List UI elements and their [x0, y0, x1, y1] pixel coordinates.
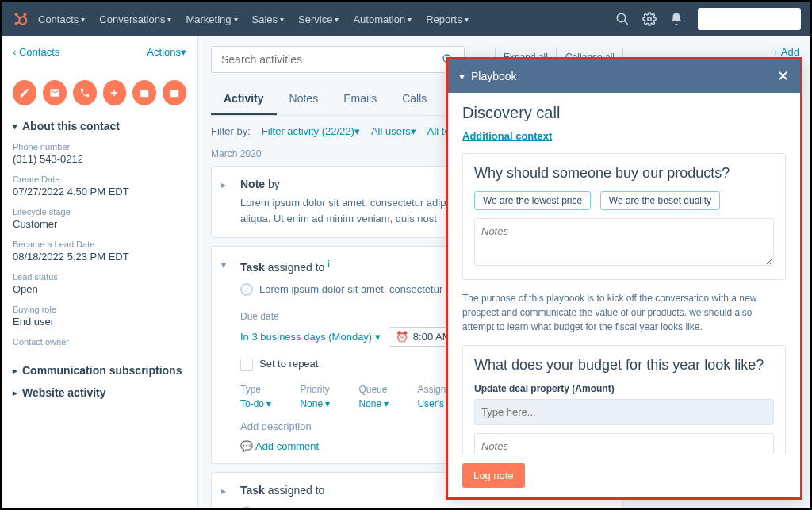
chevron-down-icon: ▾ [280, 15, 284, 24]
nav-reports[interactable]: Reports▾ [426, 13, 469, 25]
field-value[interactable]: 08/18/2022 5:23 PM EDT [13, 251, 186, 263]
svg-line-8 [624, 21, 628, 25]
call-action-icon[interactable] [73, 80, 97, 105]
nav-contacts[interactable]: Contacts▾ [38, 13, 85, 25]
close-icon[interactable]: ✕ [777, 67, 789, 85]
svg-rect-12 [140, 90, 149, 97]
svg-rect-14 [146, 88, 147, 90]
log-note-button[interactable]: Log note [462, 463, 525, 488]
nav-marketing[interactable]: Marketing▾ [186, 13, 237, 25]
chevron-down-icon: ▾ [335, 15, 339, 24]
task-complete-checkbox[interactable] [240, 283, 253, 296]
playbook-description: The purpose of this playbook is to kick … [462, 291, 786, 334]
playbook-panel: ▾ Playbook ✕ Discovery call Additional c… [446, 57, 802, 500]
field-value[interactable]: 07/27/2022 4:50 PM EDT [13, 186, 186, 197]
comm-subs-toggle[interactable]: ▸Communication subscriptions [13, 364, 186, 377]
field-value[interactable]: End user [13, 316, 186, 328]
nav-service[interactable]: Service▾ [298, 13, 339, 25]
filter-activity-dropdown[interactable]: Filter activity (22/22) ▾ [262, 125, 360, 137]
update-property-label: Update deal property (Amount) [474, 383, 774, 394]
tab-calls[interactable]: Calls [389, 84, 439, 115]
additional-context-link[interactable]: Additional context [462, 130, 786, 142]
field-value[interactable]: (011) 543-0212 [13, 153, 186, 165]
field-value[interactable]: Customer [13, 218, 186, 230]
field-value[interactable]: Open [13, 283, 186, 295]
chevron-down-icon: ▾ [167, 15, 171, 24]
about-section-toggle[interactable]: ▾About this contact [13, 120, 186, 132]
search-icon[interactable] [615, 12, 630, 26]
chevron-down-icon[interactable]: ▾ [459, 70, 465, 82]
due-date-picker[interactable]: In 3 business days (Monday) ▾ [240, 331, 381, 343]
playbook-header: ▾ Playbook ✕ [448, 59, 800, 93]
chevron-down-icon: ▾ [13, 121, 17, 132]
filter-by-label: Filter by: [211, 125, 251, 137]
add-deal-link[interactable]: + Add [772, 46, 799, 58]
field-label: Phone number [13, 142, 186, 151]
search-activities-input[interactable] [221, 53, 442, 66]
gear-icon[interactable] [642, 12, 657, 26]
playbook-header-title: Playbook [471, 70, 517, 82]
answer-chip-lowest-price[interactable]: We are the lowest price [474, 191, 591, 210]
bell-icon[interactable] [669, 12, 684, 26]
svg-rect-15 [170, 90, 179, 97]
repeat-checkbox[interactable] [240, 359, 253, 371]
field-label: Lifecycle stage [13, 207, 186, 217]
svg-line-6 [24, 15, 25, 17]
field-label: Became a Lead Date [13, 240, 186, 249]
note-action-icon[interactable] [13, 80, 36, 105]
chevron-right-icon[interactable]: ▸ [221, 179, 226, 190]
amount-input[interactable] [474, 399, 774, 425]
chevron-down-icon: ▾ [408, 15, 412, 24]
email-action-icon[interactable] [43, 80, 67, 105]
tab-activity[interactable]: Activity [211, 84, 277, 115]
nav-automation[interactable]: Automation▾ [353, 13, 412, 25]
chevron-down-icon: ▾ [234, 15, 238, 24]
playbook-title: Discovery call [462, 104, 786, 122]
filter-users-dropdown[interactable]: All users ▾ [371, 125, 416, 137]
task-queue-dropdown[interactable]: None ▾ [358, 398, 389, 409]
chevron-right-icon: ▸ [13, 388, 17, 398]
svg-point-9 [648, 17, 652, 21]
website-activity-toggle[interactable]: ▸Website activity [13, 386, 186, 399]
answer-chip-best-quality[interactable]: We are the beset quality [600, 191, 720, 210]
contact-sidebar: ‹ Contacts Actions ▾ ▾About this contact… [2, 36, 198, 508]
chevron-down-icon: ▾ [81, 15, 85, 24]
comment-icon: 💬 [240, 440, 253, 452]
task-type-dropdown[interactable]: To-do ▾ [240, 398, 271, 409]
svg-point-7 [617, 13, 626, 22]
question-2: What does your budget for this year look… [474, 357, 774, 374]
actions-dropdown[interactable]: Actions ▾ [147, 46, 186, 58]
hubspot-logo[interactable] [11, 10, 30, 29]
tab-emails[interactable]: Emails [331, 84, 389, 115]
field-label: Contact owner [13, 337, 186, 347]
account-search[interactable] [698, 8, 801, 30]
search-activities[interactable] [211, 46, 465, 73]
tab-notes[interactable]: Notes [277, 84, 331, 115]
nav-conversations[interactable]: Conversations▾ [99, 13, 171, 25]
add-action-icon[interactable] [103, 80, 127, 105]
chevron-down-icon[interactable]: ▾ [221, 259, 226, 270]
chevron-right-icon[interactable]: ▸ [221, 485, 226, 497]
back-to-contacts[interactable]: ‹ Contacts [13, 46, 59, 58]
question-1: Why should someone buy our products? [474, 165, 774, 182]
task-priority-dropdown[interactable]: None ▾ [300, 398, 330, 409]
field-label: Lead status [13, 272, 186, 282]
chevron-down-icon: ▾ [465, 15, 469, 24]
field-label: Create Date [13, 174, 186, 184]
clock-icon: ⏰ [396, 331, 408, 343]
meeting-action-icon[interactable] [132, 80, 156, 105]
q2-notes-input[interactable] [474, 433, 774, 454]
q1-notes-input[interactable] [474, 218, 774, 266]
field-label: Buying role [13, 305, 186, 314]
task-action-icon[interactable] [163, 80, 186, 105]
task-complete-checkbox[interactable] [240, 506, 253, 508]
svg-rect-13 [142, 88, 143, 90]
chevron-right-icon: ▸ [13, 366, 17, 376]
nav-sales[interactable]: Sales▾ [252, 13, 285, 25]
top-navigation: Contacts▾ Conversations▾ Marketing▾ Sale… [2, 2, 810, 36]
